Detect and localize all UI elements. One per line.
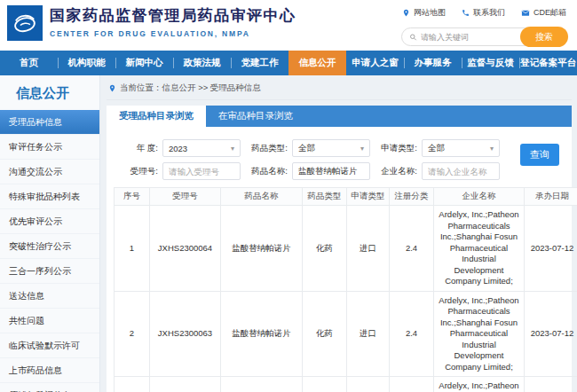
sidebar: 信息公开 受理品种信息 审评任务公示 沟通交流公示 特殊审批品种列表 优先审评公… <box>0 75 100 392</box>
tab-under-review-catalog[interactable]: 在审品种目录浏览 <box>206 106 305 127</box>
sidebar-item-delivery-info[interactable]: 送达信息 <box>0 284 99 309</box>
chevron-down-icon: ▾ <box>360 145 364 153</box>
tab-accepted-catalog[interactable]: 受理品种目录浏览 <box>107 106 206 127</box>
site-header: 国家药品监督管理局药品审评中心 CENTER FOR DRUG EVALUATI… <box>0 0 577 51</box>
cde-mail-link[interactable]: CDE邮箱 <box>521 7 566 19</box>
sitemap-link[interactable]: 网站地图 <box>402 7 446 19</box>
sidebar-title: 信息公开 <box>0 75 99 110</box>
nav-item-news[interactable]: 新闻中心 <box>115 51 173 75</box>
breadcrumb-text: 当前位置：信息公开 >> 受理品种信息 <box>120 82 261 94</box>
col-header-company: 企业名称 <box>434 188 525 206</box>
sidebar-item-priority-review[interactable]: 优先审评公示 <box>0 209 99 234</box>
year-select[interactable]: 2023 ▾ <box>162 139 241 157</box>
cell-date: 2023-07-12 <box>525 291 577 377</box>
cell-reg-class: 2.4 <box>390 291 434 377</box>
cell-accept-no: JXHS2300063 <box>150 291 221 377</box>
drug-type-label: 药品类型: <box>243 143 288 154</box>
main-area: 当前位置：信息公开 >> 受理品种信息 受理品种目录浏览 在审品种目录浏览 年 … <box>100 75 577 392</box>
col-header-seq: 序号 <box>115 188 150 206</box>
cell-drug-type: 化药 <box>303 206 347 292</box>
sidebar-item-common-issues[interactable]: 共性问题 <box>0 309 99 333</box>
cell-company: Ardelyx, Inc.;Patheon Pharmaceuticals In… <box>434 291 525 377</box>
nav-item-supervision[interactable]: 监督与反馈 <box>462 51 519 75</box>
cell-date: 2023-07-12 <box>525 377 577 392</box>
cell-reg-class: 2.4 <box>390 377 434 392</box>
search-button[interactable]: 搜索 <box>520 27 568 47</box>
results-table: 序号 受理号 药品名称 药品类型 申请类型 注册分类 企业名称 承办日期 1 J… <box>114 187 577 392</box>
col-header-date: 承办日期 <box>525 188 577 206</box>
sidebar-item-marketed-drugs[interactable]: 上市药品信息 <box>0 358 99 383</box>
cell-date: 2023-07-12 <box>525 206 577 292</box>
nav-item-services[interactable]: 办事服务 <box>404 51 462 75</box>
chevron-down-icon: ▾ <box>490 145 494 153</box>
contact-label: 联系我们 <box>473 7 505 19</box>
cell-drug-name: 盐酸替纳帕诺片 <box>221 291 303 377</box>
table-row: 2 JXHS2300063 盐酸替纳帕诺片 化药 进口 2.4 Ardelyx,… <box>115 291 577 377</box>
nav-item-functions[interactable]: 机构职能 <box>58 51 115 75</box>
content-panel: 年 度: 2023 ▾ 药品类型: 全部 ▾ 申 <box>107 127 572 392</box>
cell-accept-no: JXHS2300062 <box>150 377 221 392</box>
cell-company: Ardelyx, Inc.;Patheon Pharmaceuticals In… <box>434 206 525 292</box>
cell-seq: 1 <box>115 206 150 292</box>
breadcrumb: 当前位置：信息公开 >> 受理品种信息 <box>107 80 572 100</box>
nav-item-applicant-window[interactable]: 申请人之窗 <box>346 51 404 75</box>
cell-drug-name: 盐酸替纳帕诺片 <box>221 206 303 292</box>
table-header-row: 序号 受理号 药品名称 药品类型 申请类型 注册分类 企业名称 承办日期 <box>115 188 577 206</box>
drug-type-value: 全部 <box>298 143 315 154</box>
drug-type-select[interactable]: 全部 ▾ <box>292 139 370 157</box>
search-box[interactable] <box>401 27 534 46</box>
col-header-drug-name: 药品名称 <box>221 188 303 206</box>
table-row: 1 JXHS2300064 盐酸替纳帕诺片 化药 进口 2.4 Ardelyx,… <box>115 206 577 292</box>
company-input[interactable] <box>422 162 500 180</box>
nav-item-home[interactable]: 首页 <box>0 51 58 75</box>
cell-drug-type: 化药 <box>303 291 347 377</box>
cell-apply-type: 进口 <box>347 291 390 377</box>
nav-item-party[interactable]: 党建工作 <box>231 51 288 75</box>
sidebar-item-breakthrough-therapy[interactable]: 突破性治疗公示 <box>0 234 99 259</box>
cell-seq: 2 <box>115 291 150 377</box>
cde-mail-label: CDE邮箱 <box>534 7 566 19</box>
nav-item-info-disclosure[interactable]: 信息公开 <box>288 51 346 75</box>
sitemap-label: 网站地图 <box>414 7 446 19</box>
contact-link[interactable]: 联系我们 <box>462 7 505 19</box>
breadcrumb-pin-icon <box>108 84 116 92</box>
sidebar-item-communication[interactable]: 沟通交流公示 <box>0 160 99 184</box>
search-input[interactable] <box>421 33 526 42</box>
location-pin-icon <box>402 9 410 17</box>
sidebar-item-accepted-products[interactable]: 受理品种信息 <box>0 110 99 135</box>
phone-icon <box>462 9 470 17</box>
sidebar-item-excipient-registration[interactable]: 原辅包登记信息 <box>0 383 99 392</box>
apply-type-value: 全部 <box>428 143 445 154</box>
sidebar-item-special-approval[interactable]: 特殊审批品种列表 <box>0 184 99 209</box>
site-title: 国家药品监督管理局药品审评中心 <box>50 5 296 26</box>
swan-logo-icon <box>10 8 40 38</box>
search-icon <box>409 33 417 42</box>
chevron-down-icon: ▾ <box>231 145 234 153</box>
main-nav: 首页 机构职能 新闻中心 政策法规 党建工作 信息公开 申请人之窗 办事服务 监… <box>0 51 577 75</box>
year-value: 2023 <box>169 144 187 153</box>
nav-item-policy[interactable]: 政策法规 <box>173 51 231 75</box>
sidebar-item-clinical-trial-license[interactable]: 临床试验默示许可 <box>0 333 99 358</box>
cell-apply-type: 进口 <box>347 206 390 292</box>
apply-type-select[interactable]: 全部 ▾ <box>422 139 500 157</box>
cell-company: Ardelyx, Inc.;Patheon Pharmaceuticals In… <box>434 377 525 392</box>
col-header-apply-type: 申请类型 <box>347 188 390 206</box>
accept-no-label: 受理号: <box>114 166 158 177</box>
cell-apply-type: 进口 <box>347 377 390 392</box>
cde-logo <box>7 5 43 41</box>
filter-area: 年 度: 2023 ▾ 药品类型: 全部 ▾ 申 <box>114 132 565 187</box>
accept-no-input[interactable] <box>162 162 241 180</box>
sidebar-item-review-tasks[interactable]: 审评任务公示 <box>0 135 99 160</box>
tab-bar: 受理品种目录浏览 在审品种目录浏览 <box>107 106 572 127</box>
year-label: 年 度: <box>114 143 158 154</box>
drug-name-input[interactable] <box>292 162 370 180</box>
quick-links: 网站地图 联系我们 CDE邮箱 <box>402 7 566 19</box>
mail-icon <box>521 9 530 17</box>
query-button[interactable]: 查询 <box>520 144 559 166</box>
cell-accept-no: JXHS2300064 <box>150 206 221 292</box>
sidebar-item-three-in-one[interactable]: 三合一序列公示 <box>0 259 99 284</box>
col-header-accept-no: 受理号 <box>150 188 221 206</box>
header-search: 搜索 <box>401 27 568 47</box>
cell-seq: 3 <box>115 377 150 392</box>
nav-item-registration-platform[interactable]: 登记备案平台 <box>519 51 577 75</box>
